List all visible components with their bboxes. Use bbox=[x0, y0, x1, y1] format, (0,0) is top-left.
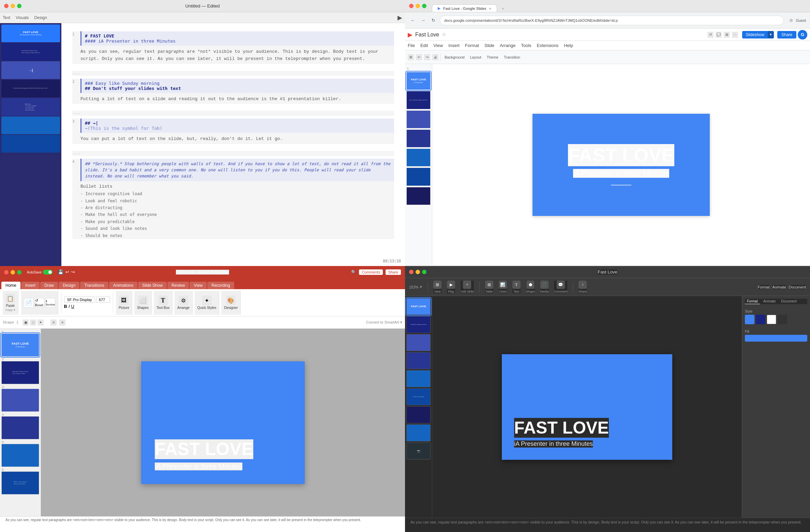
comments-btn-pp[interactable]: Comments bbox=[359, 269, 382, 275]
tab-close-icon[interactable]: × bbox=[489, 6, 491, 11]
menu-file[interactable]: File bbox=[408, 43, 415, 48]
layout-btn[interactable]: Layout bbox=[468, 54, 483, 60]
swatch-white[interactable] bbox=[767, 315, 776, 324]
kn-animate-tab[interactable]: Animate bbox=[761, 299, 778, 304]
active-tab[interactable]: ▶ Fast Love - Google Slides × bbox=[432, 4, 497, 12]
paste-label[interactable]: Paste bbox=[6, 304, 15, 308]
shape-fill-icon[interactable]: ▣ bbox=[22, 319, 29, 326]
slide-thumb-4[interactable]: Seriously. Stop bothering people with wa… bbox=[1, 80, 60, 97]
forward-icon[interactable]: → bbox=[419, 17, 427, 24]
toolbar-design-btn[interactable]: Design bbox=[34, 15, 47, 20]
gs-star-icon[interactable]: ☆ bbox=[442, 32, 446, 37]
close-button-q2[interactable] bbox=[409, 4, 414, 8]
pp-slide-1[interactable]: FAST LOVE iA Presenter bbox=[1, 333, 39, 357]
toolbar-visuals-btn[interactable]: Visuals bbox=[16, 15, 29, 20]
font-name-input[interactable]: SF Pro Display bbox=[64, 297, 95, 303]
theme-btn[interactable]: Theme bbox=[485, 54, 500, 60]
paste-icon[interactable]: 📋 bbox=[5, 294, 15, 303]
arrange-icon[interactable]: ⚙ bbox=[179, 296, 188, 305]
quickstyles-icon[interactable]: ✦ bbox=[202, 296, 212, 305]
undo-icon-pp[interactable]: ↩ bbox=[65, 269, 69, 275]
kn-zoom-down-icon[interactable]: ▾ bbox=[420, 285, 422, 289]
autosave-toggle[interactable] bbox=[43, 270, 52, 275]
pp-tab-draw[interactable]: Draw bbox=[40, 282, 58, 289]
menu-view[interactable]: View bbox=[433, 43, 443, 48]
refresh-icon[interactable]: ↻ bbox=[430, 17, 437, 24]
kn-slide-1[interactable]: FAST LOVE bbox=[406, 298, 431, 315]
convert-smartart-btn[interactable]: Convert to SmartArt ▾ bbox=[366, 320, 402, 325]
guest-label[interactable]: Guest bbox=[796, 18, 806, 22]
maximize-button-q2[interactable] bbox=[422, 4, 426, 8]
ia-editor[interactable]: 1 # FAST LOVE #### iA Presenter in three… bbox=[61, 23, 405, 266]
kn-text-btn[interactable]: T Text bbox=[512, 281, 521, 293]
kn-view-btn[interactable]: ⊞ View bbox=[433, 281, 441, 293]
minimize-button-q4[interactable] bbox=[416, 270, 420, 274]
kn-document-tab[interactable]: Document bbox=[779, 299, 799, 304]
slide-thumb-2[interactable]: Easy like Sunday morningDon't stuff your… bbox=[1, 43, 60, 61]
kn-slide-9[interactable]: 📷 bbox=[406, 442, 431, 459]
toolbar-text-btn[interactable]: Text bbox=[3, 15, 10, 20]
kn-shape-btn[interactable]: ⬟ Shape bbox=[526, 281, 535, 293]
align-center-icon[interactable]: ≡ bbox=[59, 319, 65, 326]
kn-media-btn[interactable]: 🎵 Media bbox=[540, 281, 549, 293]
slide-thumb-3[interactable]: →| bbox=[1, 61, 60, 79]
gs-slide-4[interactable] bbox=[406, 129, 431, 147]
copy-btn[interactable]: Copy ▾ bbox=[5, 308, 15, 312]
zoom-icon[interactable]: ⊞ bbox=[408, 54, 414, 60]
pp-tab-transitions[interactable]: Transitions bbox=[80, 282, 108, 289]
pp-slide-3[interactable] bbox=[1, 389, 39, 412]
kn-format-btn[interactable]: Format bbox=[758, 285, 770, 289]
menu-insert[interactable]: Insert bbox=[448, 43, 460, 48]
kn-add-slide-btn[interactable]: + Add Slide bbox=[461, 281, 474, 293]
swatch-darkblue[interactable] bbox=[756, 315, 765, 324]
section-icon[interactable]: § Section bbox=[46, 298, 55, 308]
kn-comment-btn[interactable]: 💬 Comment bbox=[554, 281, 567, 293]
share-button[interactable]: Share bbox=[777, 31, 796, 38]
undo-icon[interactable]: ↩ bbox=[416, 54, 422, 60]
pp-tab-view[interactable]: View bbox=[190, 282, 207, 289]
gs-file-name[interactable]: Fast Love bbox=[415, 32, 439, 38]
transition-btn[interactable]: Transition bbox=[502, 54, 522, 60]
kn-share-btn[interactable]: ↑ Share bbox=[579, 281, 587, 293]
kn-slide-canvas[interactable]: FAST LOVE iA Presenter in three Minutes bbox=[502, 354, 672, 460]
shapes-icon[interactable]: ⬜ bbox=[138, 296, 148, 305]
kn-format-tab[interactable]: Format bbox=[745, 299, 760, 304]
kn-slide-6[interactable]: Focus on the story bbox=[406, 388, 431, 405]
gs-more-icon[interactable]: ⋯ bbox=[732, 32, 738, 38]
pp-tab-review[interactable]: Review bbox=[167, 282, 189, 289]
slide-thumb-5[interactable]: Bullet lists- Increase cognitive- Look a… bbox=[1, 98, 60, 116]
textbox-icon[interactable]: T bbox=[158, 296, 168, 305]
slide-thumb-6[interactable] bbox=[1, 116, 60, 134]
kn-document-btn[interactable]: Document bbox=[789, 285, 806, 289]
pp-slide-4[interactable] bbox=[1, 416, 39, 439]
pp-tab-insert[interactable]: Insert bbox=[21, 282, 40, 289]
font-size-input[interactable]: 677 bbox=[96, 297, 110, 303]
pp-slide-canvas[interactable]: FAST LOVE iA Presenter in three Minutes bbox=[141, 361, 305, 484]
maximize-button-q4[interactable] bbox=[422, 270, 426, 274]
fullscreen-icon[interactable]: ▶ bbox=[397, 14, 402, 21]
shape-effect-icon[interactable]: ✦ bbox=[38, 319, 44, 326]
pp-notes-area[interactable]: As you can see, regular text paragraphs … bbox=[0, 516, 405, 532]
slide-thumb-7[interactable] bbox=[1, 135, 60, 153]
swatch-blue[interactable] bbox=[745, 315, 754, 324]
gs-slide-1[interactable]: FAST LOVE iA Presenter bbox=[406, 72, 431, 90]
kn-slide-4[interactable] bbox=[406, 352, 431, 369]
kn-notes-area[interactable]: As you can see, regular text paragraphs … bbox=[405, 518, 810, 531]
share-btn-pp[interactable]: Share bbox=[386, 269, 401, 275]
slideshow-button[interactable]: Slideshow bbox=[742, 31, 768, 38]
gs-slide-5[interactable] bbox=[406, 148, 431, 167]
gs-slide-canvas[interactable]: FAST LOVE iA Presenter in three Minutes bbox=[532, 114, 710, 216]
kn-fill-swatch[interactable] bbox=[745, 335, 807, 342]
gs-slide-6[interactable] bbox=[406, 168, 431, 186]
menu-tools[interactable]: Tools bbox=[521, 43, 531, 48]
gs-logo-icon[interactable]: ▶ bbox=[408, 31, 412, 38]
new-slide-icon[interactable]: 📄 bbox=[24, 298, 33, 308]
align-left-icon[interactable]: ≡ bbox=[50, 319, 57, 326]
bold-btn[interactable]: B bbox=[64, 304, 67, 309]
back-icon[interactable]: ← bbox=[409, 17, 417, 24]
print-icon[interactable]: 🖨 bbox=[432, 54, 438, 60]
swatch-dark[interactable] bbox=[778, 315, 787, 324]
maximize-button-q1[interactable] bbox=[17, 4, 21, 8]
gs-slide-7[interactable] bbox=[406, 187, 431, 205]
close-button-q1[interactable] bbox=[4, 4, 9, 8]
